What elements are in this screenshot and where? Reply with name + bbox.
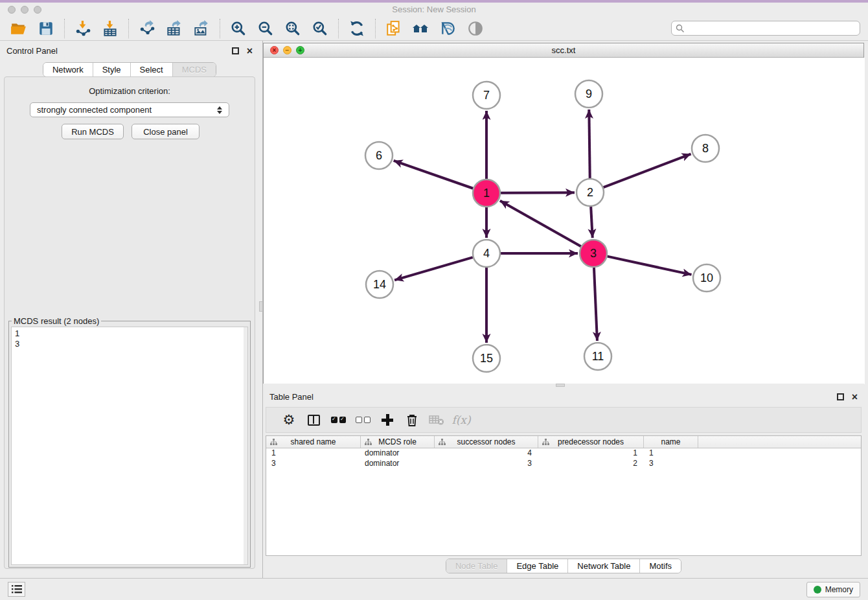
mcds-result-title: MCDS result (2 nodes) xyxy=(12,316,101,326)
node-table[interactable]: shared name MCDS role successor nodes pr… xyxy=(266,435,862,556)
table-settings-icon[interactable]: ⚙ xyxy=(278,410,300,430)
birds-eye-view-icon xyxy=(465,18,486,39)
status-bar: Memory xyxy=(0,578,868,600)
cell-successor-nodes[interactable]: 4 xyxy=(435,448,538,459)
deselect-all-columns-icon[interactable] xyxy=(352,410,374,430)
column-header-shared-name[interactable]: shared name xyxy=(266,436,361,448)
memory-button[interactable]: Memory xyxy=(806,582,860,597)
zoom-selected-icon[interactable] xyxy=(310,18,330,39)
search-icon xyxy=(676,24,685,33)
graph-edge-1-6[interactable] xyxy=(394,161,474,189)
column-header-mcds-role[interactable]: MCDS role xyxy=(361,436,435,448)
cell-mcds-role[interactable]: dominator xyxy=(361,448,435,459)
zoom-out-icon[interactable] xyxy=(255,18,276,39)
graph-node-label: 11 xyxy=(592,350,604,363)
column-type-icon xyxy=(365,439,372,446)
graph-node-label: 2 xyxy=(587,186,593,199)
graph-edge-3-11[interactable] xyxy=(594,268,597,341)
tab-node-table[interactable]: Node Table xyxy=(446,559,508,573)
graph-node-label: 1 xyxy=(483,187,490,200)
table-tabs: Node Table Edge Table Network Table Moti… xyxy=(263,559,864,573)
open-session-icon[interactable] xyxy=(8,18,29,39)
graph-node-label: 10 xyxy=(700,271,713,284)
criterion-dropdown[interactable]: strongly connected component xyxy=(30,102,229,117)
zoom-fit-icon[interactable] xyxy=(282,18,303,39)
graph-node-label: 8 xyxy=(702,142,709,155)
table-panel: Table Panel × ⚙ f(x) shared name MCDS ro… xyxy=(263,387,864,577)
cell-successor-nodes[interactable]: 3 xyxy=(435,459,538,469)
list-icon xyxy=(12,585,22,594)
cell-mcds-role[interactable]: dominator xyxy=(361,459,435,469)
control-panel: Control Panel × Network Style Select MCD… xyxy=(0,41,259,578)
tab-select[interactable]: Select xyxy=(131,63,173,76)
cell-predecessor-nodes[interactable]: 2 xyxy=(538,459,644,469)
delete-table-icon xyxy=(426,410,448,430)
zoom-in-icon[interactable] xyxy=(228,18,249,39)
graph-edge-2-9[interactable] xyxy=(589,110,589,178)
graph-node-label: 15 xyxy=(480,352,493,365)
table-header-row: shared name MCDS role successor nodes pr… xyxy=(266,436,861,448)
network-view-window: × − + scc.txt 7968124314101511 xyxy=(263,43,864,384)
table-row[interactable]: 1 dominator 4 1 1 xyxy=(266,448,861,459)
search-input[interactable] xyxy=(671,21,860,36)
network-graph[interactable]: 7968124314101511 xyxy=(264,58,865,384)
graph-edge-4-14[interactable] xyxy=(394,257,473,280)
delete-column-icon[interactable] xyxy=(401,410,423,430)
result-scrollbar[interactable] xyxy=(244,327,247,564)
tab-motifs[interactable]: Motifs xyxy=(640,559,681,573)
app-titlebar: Session: New Session xyxy=(0,3,868,16)
export-image-icon[interactable] xyxy=(191,18,212,39)
close-panel-button[interactable]: Close panel xyxy=(131,124,200,139)
tab-network[interactable]: Network xyxy=(43,63,93,76)
mcds-result-text[interactable]: 1 3 xyxy=(11,327,248,565)
import-network-icon[interactable] xyxy=(73,18,93,39)
column-type-icon xyxy=(542,439,549,446)
column-header-predecessor-nodes[interactable]: predecessor nodes xyxy=(538,436,644,448)
split-columns-icon[interactable] xyxy=(303,410,325,430)
memory-status-icon xyxy=(814,586,821,594)
graph-edge-2-3[interactable] xyxy=(591,207,593,238)
tab-network-table[interactable]: Network Table xyxy=(568,559,640,573)
tab-mcds[interactable]: MCDS xyxy=(173,63,216,76)
graph-node-label: 14 xyxy=(373,278,386,291)
graph-edge-3-1[interactable] xyxy=(500,201,581,246)
cell-shared-name[interactable]: 1 xyxy=(266,448,361,459)
network-from-selection-icon[interactable] xyxy=(383,18,404,39)
control-panel-title: Control Panel xyxy=(6,46,58,56)
float-panel-icon[interactable] xyxy=(837,393,844,400)
cell-name[interactable]: 1 xyxy=(644,448,698,459)
column-header-name[interactable]: name xyxy=(644,436,698,448)
float-panel-icon[interactable] xyxy=(232,47,239,54)
graph-edge-2-8[interactable] xyxy=(604,154,691,188)
table-toolbar: ⚙ f(x) xyxy=(266,407,862,433)
select-all-columns-icon[interactable] xyxy=(327,410,349,430)
save-session-icon[interactable] xyxy=(36,18,56,39)
import-table-icon[interactable] xyxy=(100,18,120,39)
toolbar-separator xyxy=(338,19,339,38)
tab-style[interactable]: Style xyxy=(93,63,131,76)
first-neighbors-icon[interactable] xyxy=(411,18,431,39)
graph-node-label: 7 xyxy=(483,89,490,102)
close-panel-icon[interactable]: × xyxy=(852,393,858,400)
export-table-icon[interactable] xyxy=(164,18,185,39)
toolbar-separator xyxy=(64,19,65,38)
graph-edge-1-2[interactable] xyxy=(501,192,575,193)
cell-name[interactable]: 3 xyxy=(644,459,698,469)
mcds-result-group: MCDS result (2 nodes) 1 3 xyxy=(8,321,251,568)
table-row[interactable]: 3 dominator 3 2 3 xyxy=(266,459,861,469)
task-history-button[interactable] xyxy=(8,582,25,597)
graph-edge-3-10[interactable] xyxy=(607,257,691,275)
graphics-details-icon[interactable] xyxy=(438,18,459,39)
cell-shared-name[interactable]: 3 xyxy=(266,459,361,469)
network-window-titlebar[interactable]: × − + scc.txt xyxy=(264,43,863,58)
export-network-icon[interactable] xyxy=(137,18,157,39)
tab-edge-table[interactable]: Edge Table xyxy=(507,559,568,573)
add-column-icon[interactable] xyxy=(376,410,398,430)
apply-layout-icon[interactable] xyxy=(347,18,367,39)
mcds-panel: Optimization criterion: strongly connect… xyxy=(4,76,255,569)
column-header-successor-nodes[interactable]: successor nodes xyxy=(435,436,538,448)
toolbar-separator xyxy=(375,19,376,38)
run-mcds-button[interactable]: Run MCDS xyxy=(62,124,124,139)
close-panel-icon[interactable]: × xyxy=(247,47,253,54)
cell-predecessor-nodes[interactable]: 1 xyxy=(538,448,644,459)
